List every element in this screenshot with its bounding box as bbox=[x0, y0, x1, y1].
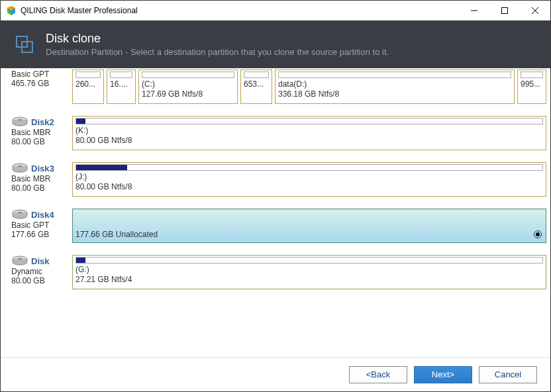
usage-bar bbox=[75, 72, 101, 78]
partition-group: (J:)80.00 GB Ntfs/8 bbox=[72, 162, 546, 197]
disk-name: Disk2 bbox=[31, 117, 54, 127]
usage-bar bbox=[278, 72, 511, 78]
disk-size: 80.00 GB bbox=[11, 137, 71, 146]
window-controls bbox=[459, 1, 550, 21]
partition-label: (J:) bbox=[75, 172, 543, 182]
usage-bar bbox=[75, 164, 543, 171]
next-button[interactable]: Next> bbox=[414, 366, 472, 383]
clone-icon bbox=[14, 34, 35, 55]
disk-info: Disk4Basic GPT177.66 GB bbox=[10, 209, 72, 243]
header-subtitle: Destination Partition - Select a destina… bbox=[46, 47, 389, 57]
usage-bar bbox=[110, 72, 132, 78]
partition[interactable]: 260... bbox=[72, 70, 104, 104]
usage-bar bbox=[244, 72, 269, 78]
partition[interactable]: (C:)127.69 GB Ntfs/8 bbox=[138, 70, 238, 104]
disk-size: 80.00 GB bbox=[11, 183, 71, 193]
partition-size: 80.00 GB Ntfs/8 bbox=[75, 136, 543, 146]
usage-bar bbox=[142, 72, 234, 78]
svg-point-10 bbox=[18, 119, 22, 121]
disk-row: Disk2Basic MBR80.00 GB(K:)80.00 GB Ntfs/… bbox=[10, 116, 546, 150]
disk-type: Basic GPT bbox=[11, 220, 71, 230]
disk-name: Disk4 bbox=[31, 210, 54, 220]
wizard-header: Disk clone Destination Partition - Selec… bbox=[1, 21, 550, 68]
selected-radio-icon bbox=[534, 230, 542, 238]
cancel-button[interactable]: Cancel bbox=[479, 366, 537, 383]
usage-bar bbox=[521, 72, 543, 78]
partition-label: data(D:) bbox=[278, 79, 511, 89]
close-button[interactable] bbox=[520, 1, 550, 21]
disk-info: Basic GPT465.76 GB bbox=[10, 70, 72, 104]
partition-label: (C:) bbox=[142, 79, 234, 89]
partition-size: 260... bbox=[75, 79, 101, 89]
partition[interactable]: 653... bbox=[240, 70, 272, 104]
disk-type: Dynamic bbox=[11, 267, 71, 276]
partition[interactable]: 16.... bbox=[107, 70, 136, 104]
disk-list[interactable]: Basic GPT465.76 GB260...16....(C:)127.69… bbox=[1, 68, 550, 357]
partition-size: 27.21 GB Ntfs/4 bbox=[75, 275, 543, 285]
partition-size: 16.... bbox=[110, 79, 132, 89]
partition-label: (K:) bbox=[75, 126, 543, 136]
svg-point-16 bbox=[18, 258, 22, 260]
usage-bar bbox=[75, 257, 543, 264]
disk-name: Disk bbox=[31, 256, 49, 266]
partition-size: 995... bbox=[521, 79, 543, 89]
disk-name: Disk3 bbox=[31, 164, 54, 173]
partition-size: 177.66 GB Unallocated bbox=[75, 230, 543, 240]
disk-type: Basic GPT bbox=[11, 70, 71, 79]
window-title: QILING Disk Master Professional bbox=[21, 6, 459, 15]
partition-group: 260...16....(C:)127.69 GB Ntfs/8653...da… bbox=[72, 70, 546, 104]
back-button[interactable]: <Back bbox=[349, 366, 407, 383]
partition-group: 177.66 GB Unallocated bbox=[72, 209, 546, 243]
partition[interactable]: data(D:)336.18 GB Ntfs/8 bbox=[275, 70, 515, 104]
disk-type: Basic MBR bbox=[11, 128, 71, 137]
disk-info: DiskDynamic80.00 GB bbox=[10, 255, 72, 289]
partition[interactable]: (K:)80.00 GB Ntfs/8 bbox=[72, 116, 546, 150]
partition-size: 336.18 GB Ntfs/8 bbox=[278, 89, 511, 99]
svg-point-14 bbox=[18, 212, 22, 213]
disk-size: 80.00 GB bbox=[11, 276, 71, 285]
partition-size: 127.69 GB Ntfs/8 bbox=[142, 89, 234, 99]
disk-row: Basic GPT465.76 GB260...16....(C:)127.69… bbox=[10, 70, 546, 104]
svg-point-12 bbox=[18, 166, 22, 167]
disk-size: 177.66 GB bbox=[11, 230, 71, 239]
wizard-footer: <Back Next> Cancel bbox=[1, 357, 550, 391]
disk-type: Basic MBR bbox=[11, 174, 71, 183]
usage-bar bbox=[75, 118, 543, 124]
disk-info: Disk2Basic MBR80.00 GB bbox=[10, 116, 72, 150]
titlebar: QILING Disk Master Professional bbox=[1, 1, 550, 21]
partition-label: (G:) bbox=[75, 265, 543, 275]
app-icon bbox=[6, 5, 17, 16]
header-title: Disk clone bbox=[46, 32, 389, 46]
partition[interactable]: 995... bbox=[517, 70, 546, 104]
svg-rect-4 bbox=[502, 7, 508, 13]
disk-row: DiskDynamic80.00 GB(G:)27.21 GB Ntfs/4 bbox=[10, 255, 546, 289]
partition-size: 653... bbox=[244, 79, 269, 89]
partition[interactable]: (J:)80.00 GB Ntfs/8 bbox=[72, 162, 546, 197]
header-text: Disk clone Destination Partition - Selec… bbox=[46, 32, 389, 57]
partition-size: 80.00 GB Ntfs/8 bbox=[75, 182, 543, 192]
maximize-button[interactable] bbox=[489, 1, 520, 21]
disk-info: Disk3Basic MBR80.00 GB bbox=[10, 162, 72, 197]
minimize-button[interactable] bbox=[459, 1, 489, 21]
disk-row: Disk3Basic MBR80.00 GB(J:)80.00 GB Ntfs/… bbox=[10, 162, 546, 197]
disk-size: 465.76 GB bbox=[11, 79, 71, 88]
partition-group: (G:)27.21 GB Ntfs/4 bbox=[72, 255, 546, 289]
partition-group: (K:)80.00 GB Ntfs/8 bbox=[72, 116, 546, 150]
partition[interactable]: 177.66 GB Unallocated bbox=[72, 209, 546, 243]
partition[interactable]: (G:)27.21 GB Ntfs/4 bbox=[72, 255, 546, 289]
disk-row: Disk4Basic GPT177.66 GB177.66 GB Unalloc… bbox=[10, 209, 546, 243]
